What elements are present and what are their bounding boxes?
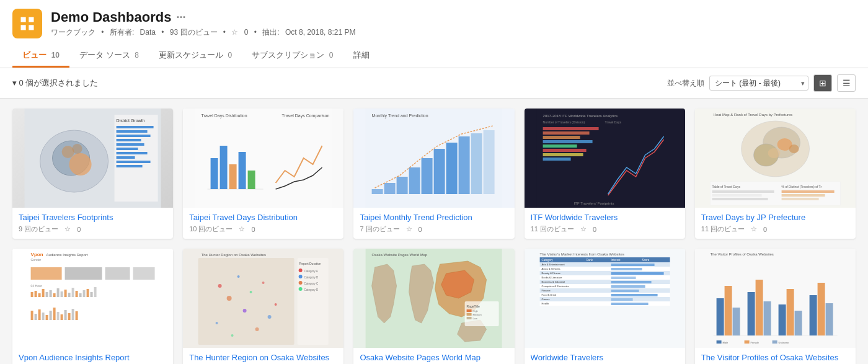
svg-rect-190 xyxy=(747,292,755,335)
card-worldwide-travelers[interactable]: The Visitor's Market Interests from Osak… xyxy=(525,249,685,364)
svg-rect-80 xyxy=(133,267,155,280)
svg-text:ITF Travelers' Footprints: ITF Travelers' Footprints xyxy=(574,202,614,205)
star-icon[interactable]: ☆ xyxy=(406,225,412,233)
toolbar-right: 並べ替え順 シート (最初 - 最後) シート (最後 - 最初) 名前 (昇順… xyxy=(667,74,856,92)
svg-rect-39 xyxy=(446,143,458,194)
fav-count: 0 xyxy=(593,226,596,233)
svg-point-62 xyxy=(789,144,799,153)
svg-rect-12 xyxy=(117,126,154,128)
svg-rect-111 xyxy=(72,309,74,320)
card-taipei-monthly[interactable]: Monthly Trend and Prediction xyxy=(353,109,514,239)
card-osaka-worldmap[interactable]: Osaka Website Pages World Map RageTitle xyxy=(353,249,514,364)
card-hunter-region[interactable]: The Hunter Region on Osaka Websites xyxy=(183,249,343,364)
svg-text:Osaka Website Pages World Map: Osaka Website Pages World Map xyxy=(372,253,428,257)
svg-rect-197 xyxy=(817,283,825,335)
star-icon[interactable]: ☆ xyxy=(751,225,757,233)
svg-text:Arts & Entertainment: Arts & Entertainment xyxy=(541,263,565,266)
svg-rect-21 xyxy=(117,165,143,167)
svg-text:Heat Map & Rank of Travel Days: Heat Map & Rank of Travel Days by Prefec… xyxy=(713,113,792,117)
star-icon[interactable]: ☆ xyxy=(239,225,245,233)
meta-owner-label: 所有者: xyxy=(110,28,134,37)
svg-text:Monthly Trend and Prediction: Monthly Trend and Prediction xyxy=(372,113,428,118)
card-travel-days-jp[interactable]: Heat Map & Rank of Travel Days by Prefec… xyxy=(695,109,856,239)
card-info-hunter: The Hunter Region on Osaka Websites 9 回の… xyxy=(183,348,343,364)
svg-rect-86 xyxy=(46,292,48,297)
svg-rect-19 xyxy=(117,156,135,159)
svg-point-122 xyxy=(216,322,218,324)
svg-text:Interest: Interest xyxy=(611,259,621,262)
svg-text:Category D: Category D xyxy=(304,288,319,291)
card-meta: 11 回のビュー ☆ 0 xyxy=(531,224,679,234)
svg-rect-82 xyxy=(31,292,33,297)
card-taipei-days-dist[interactable]: Travel Days Distribution Travel Days Com… xyxy=(183,109,343,239)
svg-text:Category C: Category C xyxy=(304,282,319,285)
tab-views[interactable]: ビュー 10 xyxy=(12,45,69,68)
svg-rect-14 xyxy=(117,135,151,137)
svg-rect-196 xyxy=(809,295,817,335)
svg-rect-191 xyxy=(755,280,763,335)
svg-rect-97 xyxy=(87,289,89,297)
card-taipei-footprints[interactable]: District Growth Taipei Travelers Footpri… xyxy=(12,109,173,239)
svg-rect-50 xyxy=(542,140,592,143)
svg-text:The Visitor Profiles of Osaka : The Visitor Profiles of Osaka Websites xyxy=(710,252,773,256)
svg-rect-53 xyxy=(542,153,583,156)
star-icon[interactable]: ☆ xyxy=(64,225,71,233)
svg-rect-170 xyxy=(539,297,670,301)
svg-rect-78 xyxy=(65,267,102,280)
svg-rect-110 xyxy=(68,313,71,320)
star-icon[interactable]: ☆ xyxy=(580,225,587,233)
tab-details[interactable]: 詳細 xyxy=(343,45,379,68)
svg-rect-17 xyxy=(117,148,138,150)
svg-rect-93 xyxy=(72,288,74,297)
svg-rect-30 xyxy=(248,171,255,189)
card-title: Taipei Travelers Footprints xyxy=(19,213,167,222)
svg-rect-29 xyxy=(239,152,246,189)
meta-owner: Data xyxy=(140,28,156,37)
cards-grid: District Growth Taipei Travelers Footpri… xyxy=(12,109,856,364)
svg-text:Report Duration: Report Duration xyxy=(299,262,322,265)
svg-text:Health: Health xyxy=(541,302,549,305)
svg-text:Female: Female xyxy=(750,341,759,344)
selection-label[interactable]: ▾ 0 個が選択されました xyxy=(12,78,98,89)
svg-text:Beauty & Fitness: Beauty & Fitness xyxy=(541,272,560,275)
meta-favorites: 0 xyxy=(244,28,249,37)
views-count: 10 回のビュー xyxy=(189,224,232,234)
views-count: 11 回のビュー xyxy=(701,224,745,234)
svg-rect-26 xyxy=(211,158,218,189)
list-view-button[interactable]: ☰ xyxy=(837,74,856,92)
card-itf-worldwide[interactable]: 2017-2018 ITF Worldwide Travelers Analyt… xyxy=(525,109,685,239)
title-ellipsis[interactable]: ··· xyxy=(176,11,185,24)
card-info-worldwide: Worldwide Travelers 11 回のビュー ☆ 0 xyxy=(525,348,685,364)
card-info-taipei-monthly: Taipei Monthly Trend Prediction 7 回のビュー … xyxy=(353,208,514,239)
svg-rect-84 xyxy=(38,293,41,297)
tab-schedule[interactable]: 更新スケジュール 0 xyxy=(149,45,242,68)
svg-rect-49 xyxy=(542,136,580,139)
svg-text:The Hunter Region on Osaka Web: The Hunter Region on Osaka Websites xyxy=(202,253,266,257)
star-icon[interactable]: ☆ xyxy=(231,28,238,37)
card-title: Taipei Monthly Trend Prediction xyxy=(360,213,508,222)
svg-rect-166 xyxy=(539,288,670,293)
grid-view-button[interactable]: ⊞ xyxy=(813,74,832,92)
svg-rect-189 xyxy=(732,308,740,335)
svg-rect-89 xyxy=(57,288,60,297)
card-visitor-profiles[interactable]: The Visitor Profiles of Osaka Websites xyxy=(695,249,856,364)
svg-rect-91 xyxy=(64,290,67,297)
svg-rect-83 xyxy=(35,291,37,297)
svg-rect-35 xyxy=(397,177,408,194)
svg-text:RageTitle: RageTitle xyxy=(467,304,480,308)
svg-text:Table of Travel Days: Table of Travel Days xyxy=(712,185,740,189)
sort-select-wrapper[interactable]: シート (最初 - 最後) シート (最後 - 最初) 名前 (昇順) 名前 (… xyxy=(709,76,808,91)
sort-select[interactable]: シート (最初 - 最後) シート (最後 - 最初) 名前 (昇順) 名前 (… xyxy=(709,76,808,91)
views-count: 11 回のビュー xyxy=(531,224,574,234)
tab-datasource[interactable]: データ ソース 8 xyxy=(69,45,149,68)
svg-point-118 xyxy=(227,296,232,301)
svg-rect-195 xyxy=(794,311,802,335)
card-title: Osaka Website Pages World Map xyxy=(360,353,508,362)
svg-rect-40 xyxy=(459,136,470,194)
card-thumb-taipei-monthly: Monthly Trend and Prediction xyxy=(353,109,514,208)
card-vpon[interactable]: Vpon Audience Insights Report Gender 04 … xyxy=(12,249,173,364)
tab-subscription[interactable]: サブスクリプション 0 xyxy=(242,45,343,68)
svg-text:Food & Drink: Food & Drink xyxy=(541,293,556,296)
svg-text:Travel Days Distribution: Travel Days Distribution xyxy=(202,113,247,118)
svg-rect-109 xyxy=(64,310,67,320)
